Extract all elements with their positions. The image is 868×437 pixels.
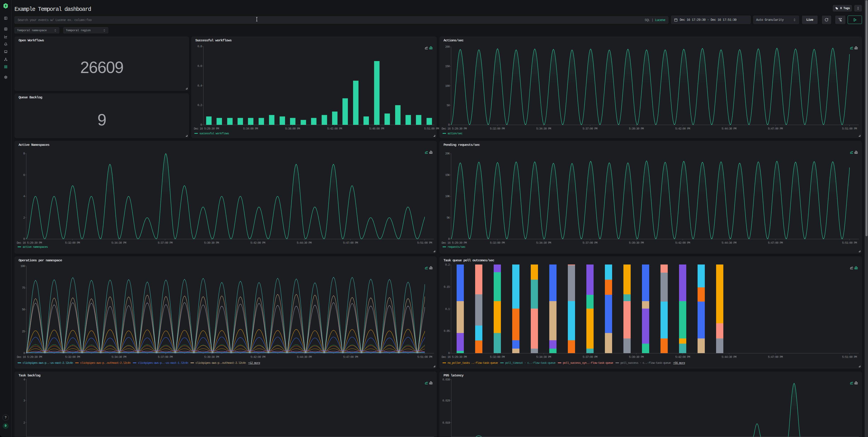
svg-text:clickpipes-aws-p..-us-east-1.l: clickpipes-aws-p..-us-east-1.l2c4n bbox=[138, 362, 188, 365]
svg-text:50: 50 bbox=[447, 104, 450, 107]
svg-text:5K: 5K bbox=[447, 216, 450, 220]
svg-text:active namespaces: active namespaces bbox=[23, 246, 48, 249]
svg-text:6: 6 bbox=[23, 174, 25, 177]
svg-text:no_poller_tasks ..-flow-task-q: no_poller_tasks ..-flow-task-queue bbox=[447, 362, 498, 365]
svg-text:5:34:30 PM: 5:34:30 PM bbox=[536, 355, 551, 359]
svg-text:3: 3 bbox=[23, 399, 25, 402]
svg-text:5:42:00 PM: 5:42:00 PM bbox=[250, 355, 266, 359]
svg-text:5:44:30 PM: 5:44:30 PM bbox=[721, 355, 737, 359]
svg-text:0: 0 bbox=[448, 123, 450, 127]
svg-text:5:47:00 PM: 5:47:00 PM bbox=[768, 242, 783, 245]
svg-text:5:37:00 PM: 5:37:00 PM bbox=[583, 127, 597, 130]
svg-text:5:34:30 PM: 5:34:30 PM bbox=[536, 242, 551, 245]
svg-text:Dec 16 5:29:30 PM: Dec 16 5:29:30 PM bbox=[17, 355, 42, 359]
svg-text:poll_success_syn..-flow-task-q: poll_success_syn..-flow-task-queue bbox=[563, 362, 613, 365]
svg-text:5:42:00 PM: 5:42:00 PM bbox=[675, 355, 690, 359]
svg-text:8: 8 bbox=[23, 152, 25, 155]
svg-text:Dec 16 5:29:30 PM: Dec 16 5:29:30 PM bbox=[441, 127, 467, 130]
svg-text:5:51:00 PM: 5:51:00 PM bbox=[424, 127, 439, 130]
svg-text:+56 more: +56 more bbox=[673, 362, 685, 365]
svg-text:5:39:30 PM: 5:39:30 PM bbox=[204, 355, 219, 359]
svg-text:5:34:30 PM: 5:34:30 PM bbox=[112, 242, 126, 245]
svg-text:0.2: 0.2 bbox=[197, 104, 202, 107]
svg-text:5:42:00 PM: 5:42:00 PM bbox=[675, 242, 690, 245]
svg-text:5:39:30 PM: 5:39:30 PM bbox=[204, 242, 219, 245]
svg-text:100: 100 bbox=[20, 265, 25, 268]
svg-text:100: 100 bbox=[445, 85, 450, 88]
svg-text:5:44:30 PM: 5:44:30 PM bbox=[297, 242, 312, 245]
svg-text:5:44:30 PM: 5:44:30 PM bbox=[297, 355, 312, 359]
svg-text:5:46:00 PM: 5:46:00 PM bbox=[369, 127, 384, 130]
svg-text:poll_timeout · c..-flow-task-q: poll_timeout · c..-flow-task-queue bbox=[505, 362, 556, 365]
svg-text:5:39:30 PM: 5:39:30 PM bbox=[629, 127, 644, 130]
svg-text:5:37:00 PM: 5:37:00 PM bbox=[583, 355, 597, 359]
svg-text:5:47:00 PM: 5:47:00 PM bbox=[768, 355, 783, 359]
svg-text:5:37:00 PM: 5:37:00 PM bbox=[583, 242, 597, 245]
svg-text:5:42:00 PM: 5:42:00 PM bbox=[327, 127, 342, 130]
svg-text:5:34:00 PM: 5:34:00 PM bbox=[243, 127, 258, 130]
svg-text:0: 0 bbox=[200, 123, 202, 127]
svg-text:5:51:00 PM: 5:51:00 PM bbox=[842, 127, 857, 130]
svg-text:5:51:00 PM: 5:51:00 PM bbox=[842, 242, 857, 245]
svg-text:5:38:00 PM: 5:38:00 PM bbox=[285, 127, 300, 130]
svg-text:15K: 15K bbox=[445, 174, 450, 177]
svg-text:+12 more: +12 more bbox=[248, 362, 260, 365]
svg-text:50: 50 bbox=[22, 308, 25, 311]
svg-text:0: 0 bbox=[23, 352, 25, 355]
svg-text:75: 75 bbox=[22, 286, 25, 290]
svg-text:0.038: 0.038 bbox=[442, 378, 450, 381]
svg-text:Dec 16 5:29:30 PM: Dec 16 5:29:30 PM bbox=[194, 127, 219, 130]
svg-text:5:51:00 PM: 5:51:00 PM bbox=[417, 355, 432, 359]
svg-text:action/sec: action/sec bbox=[447, 132, 463, 135]
svg-text:2: 2 bbox=[23, 216, 25, 220]
svg-text:Dec 16 5:29:30 PM: Dec 16 5:29:30 PM bbox=[441, 242, 467, 245]
svg-text:0.05: 0.05 bbox=[444, 330, 450, 333]
svg-text:4: 4 bbox=[23, 195, 25, 198]
svg-text:0.4: 0.4 bbox=[197, 84, 202, 88]
svg-text:5:39:30 PM: 5:39:30 PM bbox=[629, 355, 644, 359]
svg-text:5:51:00 PM: 5:51:00 PM bbox=[842, 355, 857, 359]
svg-text:clickpipes-aws-p..outheast-2.l: clickpipes-aws-p..outheast-2.l2c4n bbox=[80, 362, 131, 365]
svg-text:10K: 10K bbox=[445, 195, 450, 198]
svg-text:0.8: 0.8 bbox=[197, 45, 202, 48]
svg-text:2: 2 bbox=[23, 422, 25, 425]
svg-text:Dec 16 5:29:30 PM: Dec 16 5:29:30 PM bbox=[17, 242, 42, 245]
svg-text:5:34:30 PM: 5:34:30 PM bbox=[536, 127, 551, 130]
svg-text:20K: 20K bbox=[445, 152, 450, 155]
svg-text:poll_success · c..-flow-task-q: poll_success · c..-flow-task-queue bbox=[620, 362, 671, 365]
svg-text:Dec 16 5:29:30 PM: Dec 16 5:29:30 PM bbox=[441, 355, 467, 359]
svg-text:5:32:00 PM: 5:32:00 PM bbox=[490, 127, 505, 130]
svg-text:5:39:30 PM: 5:39:30 PM bbox=[629, 242, 644, 245]
svg-text:5:47:00 PM: 5:47:00 PM bbox=[343, 355, 358, 359]
svg-text:150: 150 bbox=[445, 65, 450, 68]
svg-text:successful workflows: successful workflows bbox=[199, 132, 229, 135]
svg-text:5:51:00 PM: 5:51:00 PM bbox=[417, 242, 432, 245]
svg-text:requests/sec: requests/sec bbox=[447, 246, 465, 249]
svg-text:5:32:00 PM: 5:32:00 PM bbox=[490, 355, 505, 359]
svg-text:0: 0 bbox=[448, 352, 450, 355]
svg-text:clickpipes-aws-p..-us-east-2.l: clickpipes-aws-p..-us-east-2.l2c4n bbox=[23, 362, 73, 365]
svg-text:5:42:00 PM: 5:42:00 PM bbox=[675, 127, 690, 130]
svg-text:0.15: 0.15 bbox=[444, 285, 450, 289]
svg-text:0.6: 0.6 bbox=[197, 65, 202, 68]
svg-text:0: 0 bbox=[448, 238, 450, 241]
svg-text:5:47:00 PM: 5:47:00 PM bbox=[768, 127, 783, 130]
svg-text:0.019: 0.019 bbox=[442, 422, 450, 425]
svg-text:5:32:00 PM: 5:32:00 PM bbox=[65, 355, 80, 359]
svg-text:5:37:00 PM: 5:37:00 PM bbox=[158, 242, 173, 245]
svg-text:5:34:30 PM: 5:34:30 PM bbox=[112, 355, 126, 359]
svg-text:5:42:00 PM: 5:42:00 PM bbox=[250, 242, 266, 245]
svg-text:5:47:00 PM: 5:47:00 PM bbox=[343, 242, 358, 245]
svg-text:5:32:00 PM: 5:32:00 PM bbox=[490, 242, 505, 245]
svg-text:clickpipes-aws-p..outheast-2.l: clickpipes-aws-p..outheast-2.l2c4n bbox=[195, 362, 246, 365]
svg-text:5:44:30 PM: 5:44:30 PM bbox=[721, 242, 737, 245]
svg-text:200: 200 bbox=[445, 45, 450, 49]
svg-text:5:32:00 PM: 5:32:00 PM bbox=[65, 242, 80, 245]
svg-text:4: 4 bbox=[23, 378, 25, 381]
svg-text:0.029: 0.029 bbox=[442, 399, 450, 402]
svg-text:0.1: 0.1 bbox=[445, 308, 450, 311]
svg-text:0.2: 0.2 bbox=[445, 263, 450, 267]
svg-text:5:44:30 PM: 5:44:30 PM bbox=[721, 127, 737, 130]
svg-text:0: 0 bbox=[23, 238, 25, 241]
svg-text:5:37:00 PM: 5:37:00 PM bbox=[158, 355, 173, 359]
